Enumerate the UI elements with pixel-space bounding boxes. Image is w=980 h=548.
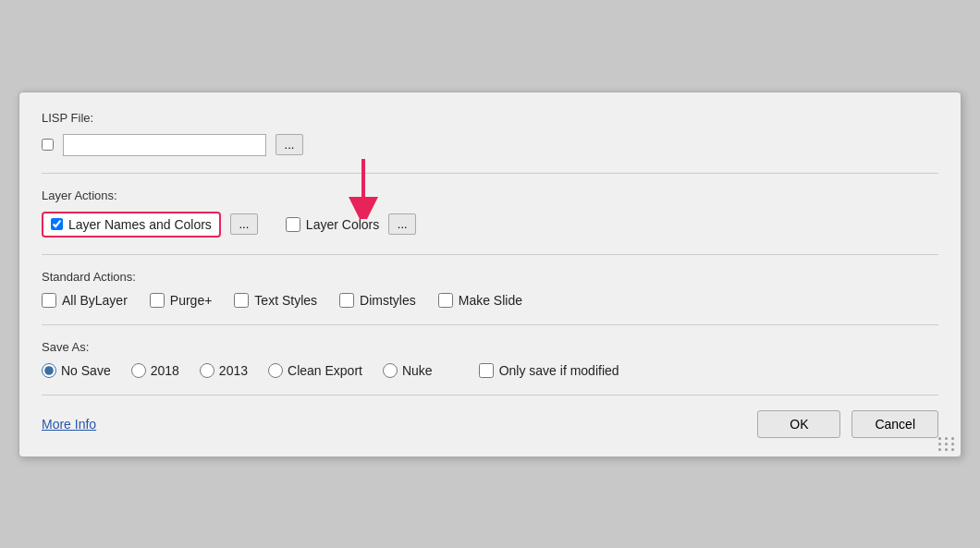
layer-colors-ellipsis-button[interactable]: ... [388,213,416,235]
footer-buttons: OK Cancel [757,410,938,438]
cancel-button[interactable]: Cancel [851,410,938,438]
layer-names-colors-label[interactable]: Layer Names and Colors [68,217,212,232]
dimstyles-wrapper[interactable]: Dimstyles [339,293,416,308]
standard-actions-label: Standard Actions: [42,270,938,284]
dimstyles-label: Dimstyles [360,293,416,308]
save-2018-radio[interactable] [131,363,146,378]
layer-names-ellipsis-button[interactable]: ... [230,213,258,235]
save-as-label: Save As: [42,340,938,354]
layer-colors-label: Layer Colors [306,217,379,232]
layer-actions-row: Layer Names and Colors ... Layer Colors … [42,212,938,237]
lisp-section-label: LISP File: [42,111,938,125]
clean-export-wrapper[interactable]: Clean Export [268,363,362,378]
all-bylayer-checkbox[interactable] [42,293,56,308]
purge-plus-checkbox[interactable] [150,293,165,308]
main-dialog: LISP File: ... Layer Actions: Layer Name… [18,91,962,457]
save-as-section: Save As: No Save 2018 2013 Clean Export … [42,340,938,396]
only-save-modified-wrapper[interactable]: Only save if modified [479,363,619,378]
no-save-wrapper[interactable]: No Save [42,363,111,378]
nuke-radio[interactable] [383,363,398,378]
layer-actions-section: Layer Actions: Layer Names and Colors ..… [42,189,938,255]
no-save-label: No Save [61,363,111,378]
resize-handle[interactable] [938,437,955,451]
make-slide-label: Make Slide [459,293,522,308]
only-save-modified-label: Only save if modified [499,363,619,378]
make-slide-wrapper[interactable]: Make Slide [438,293,522,308]
lisp-ellipsis-button[interactable]: ... [276,134,303,155]
standard-actions-row: All ByLayer Purge+ Text Styles Dimstyles… [42,293,938,308]
text-styles-wrapper[interactable]: Text Styles [234,293,317,308]
layer-colors-checkbox[interactable] [286,217,300,232]
lisp-row: ... [42,134,938,156]
nuke-label: Nuke [402,363,433,378]
purge-plus-label: Purge+ [170,293,213,308]
more-info-link[interactable]: More Info [42,417,96,432]
layer-names-colors-checkbox[interactable] [51,218,63,230]
dialog-footer: More Info OK Cancel [42,410,938,438]
save-2013-wrapper[interactable]: 2013 [200,363,248,378]
lisp-file-input[interactable] [63,134,266,156]
clean-export-label: Clean Export [288,363,362,378]
all-bylayer-wrapper[interactable]: All ByLayer [42,293,128,308]
nuke-wrapper[interactable]: Nuke [383,363,433,378]
all-bylayer-label: All ByLayer [62,293,128,308]
save-2018-label: 2018 [151,363,179,378]
lisp-section: LISP File: ... [42,111,938,174]
layer-colors-group[interactable]: Layer Colors [286,217,379,232]
text-styles-checkbox[interactable] [234,293,249,308]
layer-actions-label: Layer Actions: [42,189,938,202]
layer-names-colors-group: Layer Names and Colors [42,212,221,237]
no-save-radio[interactable] [42,363,56,378]
save-2013-label: 2013 [219,363,248,378]
clean-export-radio[interactable] [268,363,283,378]
text-styles-label: Text Styles [254,293,317,308]
ok-button[interactable]: OK [757,410,840,438]
save-as-row: No Save 2018 2013 Clean Export Nuke Only… [42,363,938,378]
save-2018-wrapper[interactable]: 2018 [131,363,179,378]
standard-actions-section: Standard Actions: All ByLayer Purge+ Tex… [42,270,938,325]
purge-plus-wrapper[interactable]: Purge+ [150,293,213,308]
save-2013-radio[interactable] [200,363,214,378]
lisp-checkbox[interactable] [42,139,54,151]
make-slide-checkbox[interactable] [438,293,453,308]
dimstyles-checkbox[interactable] [339,293,354,308]
only-save-modified-checkbox[interactable] [479,363,494,378]
